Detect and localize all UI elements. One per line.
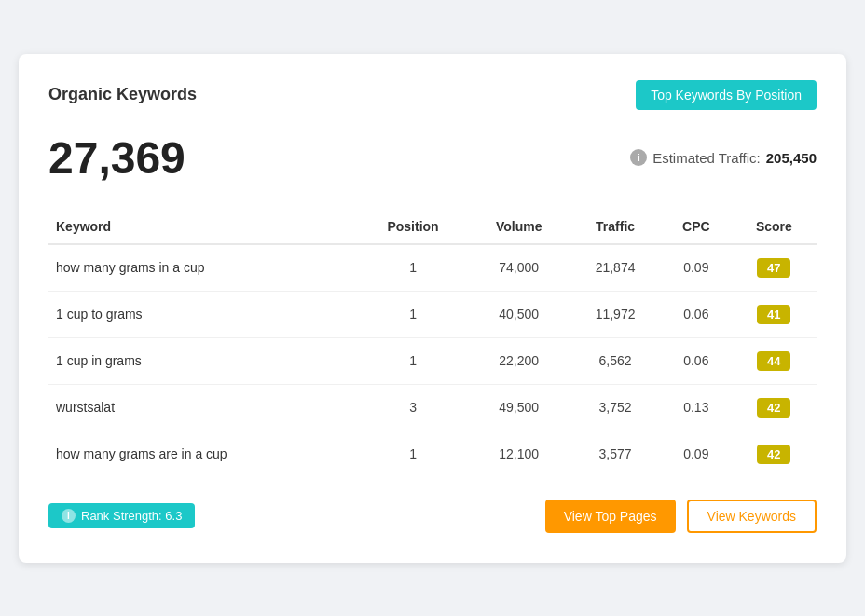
col-header-cpc: CPC bbox=[661, 210, 732, 244]
keyword-cell: 1 cup to grams bbox=[48, 291, 358, 337]
table-head: Keyword Position Volume Traffic CPC Scor… bbox=[48, 210, 817, 244]
cell-score: 42 bbox=[732, 431, 817, 477]
view-top-pages-button[interactable]: View Top Pages bbox=[545, 500, 676, 533]
cell-position: 3 bbox=[358, 384, 468, 431]
cell-score: 47 bbox=[732, 244, 817, 292]
col-header-score: Score bbox=[732, 210, 817, 244]
rank-strength-label: Rank Strength: 6.3 bbox=[81, 509, 182, 523]
cell-position: 1 bbox=[358, 244, 468, 292]
table-row: wurstsalat349,5003,7520.1342 bbox=[48, 384, 817, 431]
cell-position: 1 bbox=[358, 337, 468, 384]
estimated-traffic-label: Estimated Traffic: bbox=[652, 150, 761, 166]
top-keywords-by-position-button[interactable]: Top Keywords By Position bbox=[636, 80, 817, 110]
estimated-traffic: i Estimated Traffic: 205,450 bbox=[630, 149, 817, 166]
col-header-position: Position bbox=[358, 210, 468, 244]
cell-cpc: 0.06 bbox=[661, 337, 732, 384]
cell-cpc: 0.06 bbox=[661, 291, 732, 337]
cell-volume: 12,100 bbox=[468, 431, 570, 477]
table-row: how many grams are in a cup112,1003,5770… bbox=[48, 431, 817, 477]
cell-volume: 22,200 bbox=[468, 337, 570, 384]
col-header-keyword: Keyword bbox=[48, 210, 358, 244]
cell-volume: 49,500 bbox=[468, 384, 570, 431]
cell-position: 1 bbox=[358, 431, 468, 477]
card-footer: i Rank Strength: 6.3 View Top Pages View… bbox=[48, 500, 817, 533]
cell-score: 42 bbox=[732, 384, 817, 431]
rank-strength-badge: i Rank Strength: 6.3 bbox=[48, 503, 195, 528]
card-header: Organic Keywords Top Keywords By Positio… bbox=[48, 80, 817, 110]
cell-volume: 40,500 bbox=[468, 291, 570, 337]
score-badge: 42 bbox=[757, 398, 790, 418]
col-header-volume: Volume bbox=[468, 210, 570, 244]
cell-score: 44 bbox=[732, 337, 817, 384]
cell-traffic: 11,972 bbox=[570, 291, 661, 337]
keyword-cell: how many grams in a cup bbox=[48, 244, 358, 292]
table-header-row: Keyword Position Volume Traffic CPC Scor… bbox=[48, 210, 817, 244]
cell-position: 1 bbox=[358, 291, 468, 337]
keywords-table: Keyword Position Volume Traffic CPC Scor… bbox=[48, 210, 817, 477]
card-title: Organic Keywords bbox=[48, 85, 197, 104]
table-body: how many grams in a cup174,00021,8740.09… bbox=[48, 244, 817, 477]
cell-traffic: 6,562 bbox=[570, 337, 661, 384]
view-keywords-button[interactable]: View Keywords bbox=[687, 500, 817, 533]
score-badge: 47 bbox=[757, 258, 790, 278]
cell-traffic: 3,577 bbox=[570, 431, 661, 477]
cell-volume: 74,000 bbox=[468, 244, 570, 292]
cell-cpc: 0.09 bbox=[661, 244, 732, 292]
keyword-cell: 1 cup in grams bbox=[48, 337, 358, 384]
score-badge: 42 bbox=[757, 445, 790, 464]
footer-buttons: View Top Pages View Keywords bbox=[545, 500, 817, 533]
rank-strength-info-icon: i bbox=[62, 509, 76, 523]
cell-cpc: 0.13 bbox=[661, 384, 732, 431]
score-badge: 41 bbox=[757, 305, 790, 324]
cell-traffic: 21,874 bbox=[570, 244, 661, 292]
keyword-cell: wurstsalat bbox=[48, 384, 358, 431]
organic-keywords-count: 27,369 bbox=[48, 132, 185, 184]
cell-score: 41 bbox=[732, 291, 817, 337]
organic-keywords-card: Organic Keywords Top Keywords By Positio… bbox=[19, 54, 846, 563]
col-header-traffic: Traffic bbox=[570, 210, 661, 244]
cell-traffic: 3,752 bbox=[570, 384, 661, 431]
cell-cpc: 0.09 bbox=[661, 431, 732, 477]
table-row: 1 cup to grams140,50011,9720.0641 bbox=[48, 291, 817, 337]
score-badge: 44 bbox=[757, 351, 790, 371]
estimated-traffic-value: 205,450 bbox=[766, 150, 817, 166]
table-row: 1 cup in grams122,2006,5620.0644 bbox=[48, 337, 817, 384]
keyword-cell: how many grams are in a cup bbox=[48, 431, 358, 477]
table-row: how many grams in a cup174,00021,8740.09… bbox=[48, 244, 817, 292]
info-icon: i bbox=[630, 149, 647, 166]
metrics-row: 27,369 i Estimated Traffic: 205,450 bbox=[48, 132, 817, 184]
